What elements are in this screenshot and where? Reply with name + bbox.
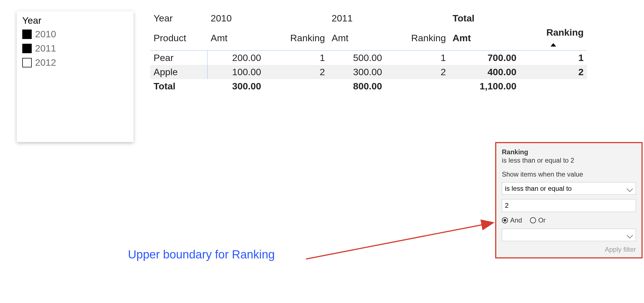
svg-line-0 (306, 223, 492, 259)
table-row[interactable]: Apple 100.00 2 300.00 2 400.00 2 (150, 65, 587, 79)
cell-product: Pear (150, 51, 207, 65)
slicer-item-label: 2011 (35, 41, 56, 55)
table-row[interactable]: Pear 200.00 1 500.00 1 700.00 1 (150, 51, 587, 65)
cell-amt: 500.00 (328, 51, 385, 65)
col-rank-2011[interactable]: Ranking (385, 25, 449, 51)
col-rank-total[interactable]: Ranking (520, 25, 587, 51)
corner-year: Year (150, 11, 207, 25)
slicer-title: Year (22, 15, 128, 26)
cell-amt-total: 700.00 (449, 51, 520, 65)
slicer-item-2012[interactable]: 2012 (22, 55, 128, 70)
col-rank-total-label: Ranking (546, 27, 584, 38)
filter-card-ranking: Ranking is less than or equal to 2 Show … (495, 142, 643, 258)
col-group-2010[interactable]: 2010 (207, 11, 328, 25)
filter-logic-row: And Or (502, 216, 636, 224)
filter-prompt: Show items when the value (502, 170, 636, 178)
cell-amt: 300.00 (207, 79, 264, 93)
grand-total-row: Total 300.00 800.00 1,100.00 (150, 79, 587, 93)
slicer-item-2010[interactable]: 2010 (22, 27, 128, 41)
annotation-arrow (306, 217, 501, 273)
cell-rank-total: 2 (520, 65, 587, 79)
radio-label: And (510, 216, 522, 224)
col-rank-2010[interactable]: Ranking (265, 25, 328, 51)
cell-product: Apple (150, 65, 207, 79)
col-amt-total[interactable]: Amt (449, 25, 520, 51)
col-group-2011[interactable]: 2011 (328, 11, 449, 25)
sort-asc-icon (551, 43, 556, 47)
checkbox-icon (22, 44, 32, 53)
annotation-label: Upper boundary for Ranking (128, 248, 275, 261)
checkbox-icon (22, 58, 32, 67)
radio-or[interactable]: Or (530, 216, 546, 224)
filter-summary: is less than or equal to 2 (502, 157, 636, 164)
grand-total-label: Total (150, 79, 207, 93)
cell-amt: 800.00 (328, 79, 385, 93)
cell-rank: 2 (385, 65, 449, 79)
checkbox-icon (22, 30, 32, 39)
filter-condition-2[interactable] (502, 229, 636, 241)
corner-product: Product (150, 25, 207, 51)
cell-amt-total: 1,100.00 (449, 79, 520, 93)
cell-amt: 100.00 (207, 65, 264, 79)
cell-rank: 2 (265, 65, 328, 79)
cell-amt-total: 400.00 (449, 65, 520, 79)
cell-rank: 1 (265, 51, 328, 65)
cell-rank-total: 1 (520, 51, 587, 65)
slicer-item-2011[interactable]: 2011 (22, 41, 128, 55)
slicer-item-label: 2010 (35, 27, 56, 41)
col-group-total[interactable]: Total (449, 11, 587, 25)
cell-rank: 1 (385, 51, 449, 65)
radio-label: Or (538, 216, 546, 224)
cell-amt: 200.00 (207, 51, 264, 65)
matrix-visual: Year 2010 2011 Total Product Amt Ranking… (150, 11, 587, 93)
slicer-item-label: 2012 (35, 55, 56, 70)
cell-amt: 300.00 (328, 65, 385, 79)
radio-icon (502, 217, 508, 223)
year-slicer: Year 2010 2011 2012 (17, 11, 134, 142)
col-amt-2011[interactable]: Amt (328, 25, 385, 51)
col-amt-2010[interactable]: Amt (207, 25, 264, 51)
apply-filter-button[interactable]: Apply filter (605, 246, 636, 253)
matrix-table: Year 2010 2011 Total Product Amt Ranking… (150, 11, 587, 93)
filter-condition-1[interactable]: is less than or equal to (502, 182, 636, 195)
radio-icon (530, 217, 536, 223)
filter-title: Ranking (502, 148, 636, 156)
radio-and[interactable]: And (502, 216, 522, 224)
filter-value-1[interactable] (502, 199, 636, 212)
